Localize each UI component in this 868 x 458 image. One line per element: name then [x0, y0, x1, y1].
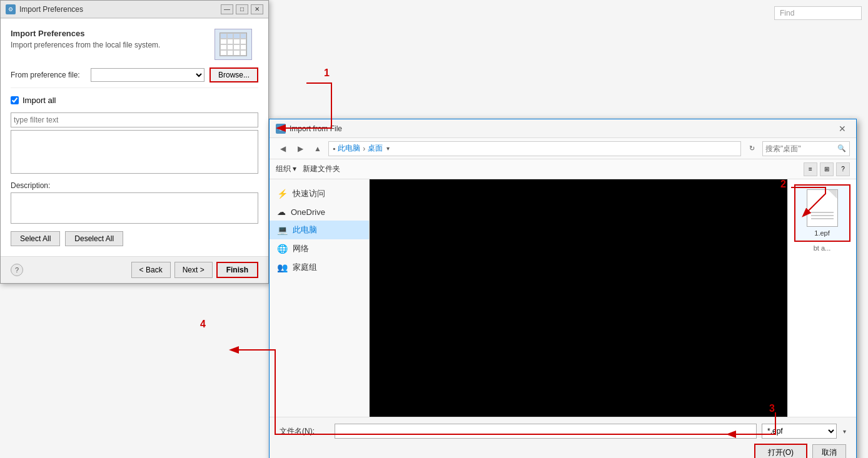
file-dialog-close-button[interactable]: ✕	[835, 122, 850, 135]
file-dialog-body: ⚡ 快速访问 ☁ OneDrive 💻 此电脑 🌐 网络 👥 家庭组	[270, 179, 856, 417]
dialog-header-section: Import Preferences Import preferences fr…	[11, 29, 258, 60]
file-line-1	[811, 212, 834, 213]
file-sidebar: ⚡ 快速访问 ☁ OneDrive 💻 此电脑 🌐 网络 👥 家庭组	[270, 179, 370, 417]
filename-label: 文件名(N):	[280, 426, 330, 437]
network-label: 网络	[293, 243, 309, 254]
toolbar-views: ≡ ⊞ ?	[804, 162, 850, 176]
filter-list	[11, 130, 258, 174]
footer-left: ?	[11, 264, 23, 276]
breadcrumb-dropdown-icon[interactable]: ▾	[386, 145, 390, 152]
sidebar-item-this-pc[interactable]: 💻 此电脑	[270, 221, 369, 239]
preference-file-label: From preference file:	[11, 71, 86, 79]
file-footer-buttons: 打开(O) 取消	[280, 444, 846, 458]
sidebar-item-homegroup[interactable]: 👥 家庭组	[270, 258, 369, 277]
file-lines	[811, 212, 834, 221]
import-all-checkbox[interactable]	[11, 96, 19, 104]
nav-forward-arrow[interactable]: ▶	[293, 142, 307, 156]
open-button[interactable]: 打开(O)	[754, 444, 807, 458]
file-corner	[829, 190, 837, 199]
titlebar-controls: — □ ✕	[221, 4, 263, 14]
dialog-header-desc: Import preferences from the local file s…	[11, 41, 160, 49]
step-3-label: 3	[769, 403, 775, 414]
network-icon: 🌐	[277, 244, 288, 254]
restore-button[interactable]: □	[236, 4, 248, 14]
file-dialog-icon: ⚙	[276, 124, 286, 134]
breadcrumb-arrow: ›	[363, 144, 365, 153]
file-dialog-nav: ◀ ▶ ▲ ▪ 此电脑 › 桌面 ▾ ↻ 🔍	[270, 138, 856, 159]
file-dialog-title: Import from File	[290, 124, 342, 133]
step-2-label: 2	[780, 179, 786, 190]
sidebar-item-onedrive[interactable]: ☁ OneDrive	[270, 203, 369, 221]
this-pc-label: 此电脑	[293, 224, 317, 236]
onedrive-icon: ☁	[277, 207, 286, 217]
view-list-btn[interactable]: ≡	[804, 162, 817, 176]
back-button[interactable]: < Back	[131, 262, 171, 278]
step-4-label: 4	[200, 319, 206, 330]
organize-button[interactable]: 组织 ▾	[276, 164, 296, 174]
preference-file-input[interactable]	[91, 68, 204, 82]
file-item-epf[interactable]: 1.epf	[794, 184, 850, 242]
filetype-select[interactable]: *.epf	[762, 424, 837, 439]
dialog-header-icon	[214, 29, 252, 60]
file-item-icon	[807, 189, 838, 227]
select-all-button[interactable]: Select All	[11, 231, 60, 246]
minimize-button[interactable]: —	[221, 4, 233, 14]
selection-buttons: Select All Deselect All	[11, 231, 258, 246]
filter-input[interactable]	[11, 112, 258, 127]
file-dialog-titlebar: ⚙ Import from File ✕	[270, 119, 856, 138]
import-all-label: Import all	[23, 96, 56, 105]
breadcrumb-current[interactable]: 桌面	[368, 143, 383, 154]
dialog-title-text: Import Preferences	[19, 5, 83, 14]
footer-right: < Back Next > Finish	[131, 262, 258, 278]
dialog-titlebar: ⚙ Import Preferences — □ ✕	[1, 1, 268, 18]
file-content-area	[370, 179, 787, 417]
find-bar[interactable]: Find	[774, 6, 862, 20]
file-line-3	[811, 218, 834, 219]
view-help-btn[interactable]: ?	[836, 162, 850, 176]
dialog-footer: ? < Back Next > Finish	[1, 256, 268, 283]
description-label: Description:	[11, 181, 258, 190]
dialog-header-title: Import Preferences	[11, 29, 160, 38]
search-button[interactable]: 🔍	[834, 141, 849, 156]
spreadsheet-icon	[220, 32, 247, 56]
filename-row: 文件名(N): *.epf ▾	[280, 424, 846, 439]
file-line-2	[811, 215, 834, 216]
breadcrumb-sep1: ▪	[333, 144, 335, 153]
deselect-all-button[interactable]: Deselect All	[65, 231, 123, 246]
file-dialog-footer: 文件名(N): *.epf ▾ 打开(O) 取消	[270, 417, 856, 458]
next-button[interactable]: Next >	[174, 262, 213, 278]
sidebar-item-network[interactable]: 🌐 网络	[270, 239, 369, 258]
sidebar-item-quick-access[interactable]: ⚡ 快速访问	[270, 184, 369, 203]
nav-up-arrow[interactable]: ▲	[311, 142, 325, 156]
file-main: 1.epf bt a...	[370, 179, 856, 417]
cancel-button[interactable]: 取消	[812, 444, 846, 458]
dialog-title-icon: ⚙	[6, 4, 16, 14]
file-item-area: 1.epf bt a...	[787, 179, 856, 417]
import-preferences-dialog: ⚙ Import Preferences — □ ✕ Import Prefer…	[0, 0, 269, 284]
nav-back-arrow[interactable]: ◀	[276, 142, 290, 156]
help-icon[interactable]: ?	[11, 264, 23, 276]
homegroup-icon: 👥	[277, 262, 288, 272]
finish-button[interactable]: Finish	[216, 262, 258, 278]
import-all-row: Import all	[11, 96, 258, 105]
file-dialog-toolbar: 组织 ▾ 新建文件夹 ≡ ⊞ ?	[270, 159, 856, 179]
titlebar-left: ⚙ Import Preferences	[6, 4, 83, 14]
new-folder-button[interactable]: 新建文件夹	[303, 164, 340, 174]
preference-file-row: From preference file: Browse...	[11, 67, 258, 88]
filename-input[interactable]	[335, 424, 757, 439]
quick-access-label: 快速访问	[293, 188, 325, 199]
browse-label: Browse...	[218, 71, 250, 79]
onedrive-label: OneDrive	[291, 207, 325, 217]
filetype-dropdown-icon: ▾	[843, 428, 846, 435]
view-grid-btn[interactable]: ⊞	[820, 162, 834, 176]
breadcrumb: ▪ 此电脑 › 桌面 ▾	[328, 141, 741, 156]
search-input[interactable]	[763, 144, 834, 153]
close-button[interactable]: ✕	[251, 4, 263, 14]
truncated-path: bt a...	[814, 244, 831, 252]
breadcrumb-root[interactable]: 此电脑	[338, 143, 360, 154]
import-from-file-dialog: ⚙ Import from File ✕ ◀ ▶ ▲ ▪ 此电脑 › 桌面 ▾ …	[269, 119, 857, 458]
browse-button[interactable]: Browse...	[209, 67, 258, 82]
refresh-button[interactable]: ↻	[745, 142, 759, 156]
dialog-content: Import Preferences Import preferences fr…	[1, 18, 268, 256]
homegroup-label: 家庭组	[293, 262, 317, 273]
